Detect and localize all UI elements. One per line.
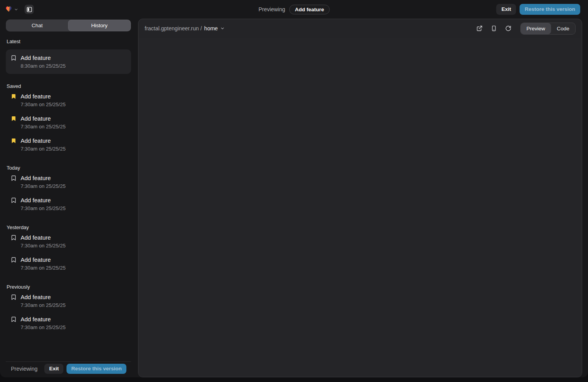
url-host: fractal.gptengineer.run / bbox=[145, 25, 202, 32]
history-item[interactable]: Add feature8:30am on 25/25/25 bbox=[6, 49, 131, 74]
logo-menu[interactable] bbox=[5, 5, 18, 13]
url-page: home bbox=[204, 25, 218, 32]
history-item[interactable]: Add feature7:30am on 25/25/25 bbox=[6, 312, 131, 334]
history-item[interactable]: Add feature7:30am on 25/25/25 bbox=[6, 290, 131, 312]
history-item-title: Add feature bbox=[21, 54, 51, 61]
exit-button[interactable]: Exit bbox=[496, 4, 516, 15]
panel-left-icon bbox=[26, 7, 32, 12]
history-item-title: Add feature bbox=[21, 115, 51, 122]
history-item-timestamp: 7:30am on 25/25/25 bbox=[10, 243, 131, 249]
history-item-timestamp: 7:30am on 25/25/25 bbox=[10, 265, 131, 271]
restore-version-button[interactable]: Restore this version bbox=[520, 4, 580, 15]
refresh-icon bbox=[505, 25, 511, 32]
history-item-title: Add feature bbox=[21, 316, 51, 322]
url-path-selector[interactable]: fractal.gptengineer.run / home bbox=[145, 25, 225, 32]
footer-exit-button[interactable]: Exit bbox=[44, 364, 63, 374]
section-header: Saved bbox=[7, 83, 130, 89]
history-item-title: Add feature bbox=[21, 234, 51, 241]
history-item[interactable]: Add feature7:30am on 25/25/25 bbox=[6, 89, 131, 111]
history-item[interactable]: Add feature7:30am on 25/25/25 bbox=[6, 252, 131, 275]
history-sidebar: Chat History LatestAdd feature8:30am on … bbox=[6, 19, 131, 376]
bookmark-outline-icon bbox=[10, 257, 17, 263]
bookmark-outline-icon bbox=[10, 316, 17, 322]
sidebar-toggle-button[interactable] bbox=[24, 5, 34, 14]
previewing-status: Previewing bbox=[259, 6, 285, 12]
sidebar-footer: Previewing Exit Restore this version bbox=[6, 361, 131, 376]
app-window: Previewing Add feature Exit Restore this… bbox=[0, 0, 588, 377]
lovable-heart-logo-icon bbox=[5, 5, 13, 13]
view-toggle: Preview Code bbox=[520, 23, 576, 35]
history-item-timestamp: 7:30am on 25/25/25 bbox=[10, 102, 131, 107]
history-item[interactable]: Add feature7:30am on 25/25/25 bbox=[6, 230, 131, 252]
history-item-title: Add feature bbox=[21, 175, 51, 181]
history-item-title: Add feature bbox=[21, 256, 51, 263]
history-list: LatestAdd feature8:30am on 25/25/25Saved… bbox=[6, 32, 131, 361]
topbar: Previewing Add feature Exit Restore this… bbox=[0, 0, 588, 19]
bookmark-outline-icon bbox=[10, 294, 17, 300]
history-item-title: Add feature bbox=[21, 197, 51, 203]
history-item-title: Add feature bbox=[21, 93, 51, 100]
refresh-button[interactable] bbox=[502, 23, 514, 34]
mobile-view-button[interactable] bbox=[488, 23, 500, 34]
preview-content[interactable] bbox=[138, 38, 582, 377]
history-item-title: Add feature bbox=[21, 294, 51, 300]
history-item-timestamp: 7:30am on 25/25/25 bbox=[10, 205, 131, 211]
bookmark-filled-icon bbox=[10, 138, 17, 144]
history-item-timestamp: 7:30am on 25/25/25 bbox=[10, 146, 131, 152]
version-badge[interactable]: Add feature bbox=[289, 5, 329, 14]
footer-previewing-status: Previewing bbox=[11, 366, 41, 372]
section-header: Previously bbox=[7, 284, 130, 290]
bookmark-outline-icon bbox=[10, 235, 17, 241]
open-in-new-tab-icon bbox=[476, 25, 483, 32]
preview-panel: fractal.gptengineer.run / home bbox=[138, 19, 582, 377]
tab-chat[interactable]: Chat bbox=[6, 20, 68, 31]
footer-restore-version-button[interactable]: Restore this version bbox=[66, 364, 126, 374]
history-item-timestamp: 7:30am on 25/25/25 bbox=[10, 324, 131, 330]
mobile-view-icon bbox=[491, 25, 497, 32]
chevron-down-icon bbox=[14, 7, 18, 12]
preview-panel-header: fractal.gptengineer.run / home bbox=[138, 19, 582, 38]
tab-code[interactable]: Code bbox=[551, 23, 575, 34]
history-item[interactable]: Add feature7:30am on 25/25/25 bbox=[6, 171, 131, 193]
open-in-new-tab-button[interactable] bbox=[474, 23, 485, 34]
sidebar-tab-bar: Chat History bbox=[6, 19, 131, 32]
bookmark-filled-icon bbox=[10, 93, 17, 100]
history-item-timestamp: 8:30am on 25/25/25 bbox=[10, 63, 126, 69]
history-item-timestamp: 7:30am on 25/25/25 bbox=[10, 302, 131, 308]
history-item-timestamp: 7:30am on 25/25/25 bbox=[10, 183, 131, 189]
bookmark-outline-icon bbox=[10, 55, 17, 61]
chevron-down-icon bbox=[220, 26, 225, 31]
bookmark-filled-icon bbox=[10, 116, 17, 122]
history-item-title: Add feature bbox=[21, 137, 51, 144]
section-header: Today bbox=[7, 165, 130, 171]
bookmark-outline-icon bbox=[10, 197, 17, 203]
bookmark-outline-icon bbox=[10, 175, 17, 181]
history-item[interactable]: Add feature7:30am on 25/25/25 bbox=[6, 193, 131, 215]
section-header: Yesterday bbox=[7, 224, 130, 230]
history-item[interactable]: Add feature7:30am on 25/25/25 bbox=[6, 133, 131, 156]
section-header: Latest bbox=[7, 39, 130, 44]
history-item[interactable]: Add feature7:30am on 25/25/25 bbox=[6, 111, 131, 133]
history-item-timestamp: 7:30am on 25/25/25 bbox=[10, 124, 131, 130]
tab-preview[interactable]: Preview bbox=[521, 23, 551, 34]
tab-history[interactable]: History bbox=[68, 20, 131, 31]
